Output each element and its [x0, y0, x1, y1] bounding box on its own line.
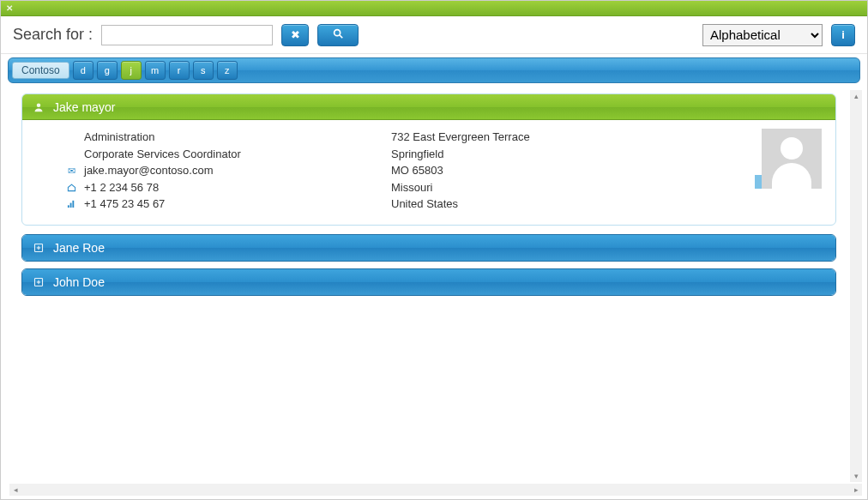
signal-icon — [65, 198, 77, 210]
contact-header[interactable]: Jane Roe — [22, 235, 835, 261]
contact-card: Jane Roe — [21, 234, 836, 262]
letter-tab-r[interactable]: r — [169, 61, 190, 80]
search-input[interactable] — [101, 25, 273, 45]
address-city: Springfield — [391, 146, 443, 163]
letter-tab-d[interactable]: d — [73, 61, 93, 80]
letter-tab-j[interactable]: j — [121, 61, 142, 80]
contact-card: Jake mayor Administration Corporate Serv… — [21, 93, 836, 226]
address-street: 732 East Evergreen Terrace — [391, 129, 530, 146]
expand-icon — [33, 276, 45, 288]
toolbar: Search for : ✖ Alphabetical i — [1, 16, 867, 54]
contact-name: John Doe — [53, 275, 105, 289]
scroll-right-icon[interactable]: ▸ — [850, 484, 862, 496]
address-country: United States — [391, 196, 458, 213]
scroll-left-icon[interactable]: ◂ — [9, 484, 21, 496]
svg-rect-5 — [72, 201, 74, 208]
svg-line-1 — [340, 35, 343, 39]
x-icon: ✖ — [291, 28, 300, 41]
sort-select[interactable]: Alphabetical — [702, 24, 823, 46]
org-tab[interactable]: Contoso — [12, 62, 69, 79]
person-icon — [33, 101, 45, 113]
contact-phone-home: +1 2 234 56 78 — [84, 179, 159, 196]
scroll-area: Jake mayor Administration Corporate Serv… — [9, 90, 848, 482]
search-icon — [332, 27, 344, 42]
svg-rect-3 — [67, 206, 69, 208]
info-button[interactable]: i — [831, 24, 855, 46]
expand-icon — [33, 242, 45, 254]
svg-rect-4 — [69, 203, 71, 208]
home-icon — [65, 181, 77, 193]
contact-department: Administration — [84, 129, 154, 146]
search-label: Search for : — [13, 26, 93, 44]
contact-name: Jake mayor — [53, 100, 115, 114]
contact-title: Corporate Services Coordinator — [84, 146, 241, 163]
letter-tab-g[interactable]: g — [97, 61, 118, 80]
letter-tab-s[interactable]: s — [193, 61, 214, 80]
contact-header[interactable]: John Doe — [22, 269, 835, 295]
avatar-accent — [755, 175, 762, 189]
svg-point-2 — [37, 103, 41, 107]
horizontal-scrollbar[interactable]: ◂ ▸ — [9, 484, 862, 496]
contact-phone-mobile: +1 475 23 45 67 — [84, 196, 165, 213]
scroll-down-icon[interactable]: ▾ — [850, 470, 862, 482]
contact-body: Administration Corporate Services Coordi… — [22, 120, 835, 225]
info-icon: i — [841, 28, 845, 41]
vertical-scrollbar[interactable]: ▴ ▾ — [850, 90, 862, 482]
letter-tab-z[interactable]: z — [217, 61, 238, 80]
address-postal: MO 65803 — [391, 162, 443, 179]
contact-col-left: Administration Corporate Services Coordi… — [65, 129, 391, 213]
address-state: Missouri — [391, 179, 432, 196]
search-button[interactable] — [317, 24, 359, 46]
contact-col-mid: 732 East Evergreen Terrace Springfield M… — [391, 129, 719, 213]
avatar — [762, 129, 822, 189]
content-area: Jake mayor Administration Corporate Serv… — [1, 83, 867, 499]
svg-point-0 — [335, 30, 341, 36]
close-icon[interactable]: ✕ — [6, 3, 13, 13]
scroll-up-icon[interactable]: ▴ — [850, 90, 862, 102]
contact-col-right — [719, 129, 822, 213]
contact-card: John Doe — [21, 268, 836, 296]
clear-search-button[interactable]: ✖ — [281, 24, 309, 46]
tab-strip: Contoso d g j m r s z — [8, 57, 860, 83]
window-titlebar: ✕ — [1, 1, 867, 16]
contact-header[interactable]: Jake mayor — [22, 94, 835, 120]
contact-email: jake.mayor@contoso.com — [84, 162, 213, 179]
letter-tab-m[interactable]: m — [145, 61, 166, 80]
mail-icon: ✉ — [65, 165, 77, 177]
contact-name: Jane Roe — [53, 241, 105, 255]
app-window: ✕ Search for : ✖ Alphabetical i Contoso … — [0, 0, 868, 500]
